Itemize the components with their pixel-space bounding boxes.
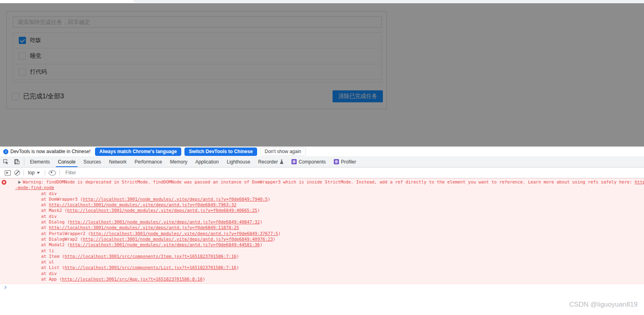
error-icon xyxy=(2,180,6,185)
inspect-cursor-icon[interactable] xyxy=(0,156,11,167)
flask-icon xyxy=(280,159,283,164)
console-sidebar-icon[interactable] xyxy=(3,169,12,177)
stack-frame-text: at li xyxy=(41,248,54,253)
banner-message: DevTools is now available in Chinese! xyxy=(10,149,91,154)
source-link[interactable]: http://localhost:3001/src/components/Lis… xyxy=(65,265,237,270)
stack-frame: at DomWrapper3 (http://localhost:3001/no… xyxy=(0,197,644,202)
stack-frame-text: at Modal2 ( xyxy=(41,242,70,247)
task-checkbox[interactable] xyxy=(19,52,26,60)
tab-elements[interactable]: Elements xyxy=(26,156,54,167)
source-link[interactable]: http://localhost:3001/node_modules/.vite… xyxy=(49,202,237,207)
tab-label: Network xyxy=(109,159,127,165)
browser-tabstrip-remnant xyxy=(133,0,644,3)
tab-label: Lighthouse xyxy=(227,159,250,165)
source-link[interactable]: http://localhost:3001/src/components/Ite… xyxy=(65,254,237,259)
stack-frame-close: ) xyxy=(260,242,263,247)
stack-frame: at ul xyxy=(0,259,644,265)
source-link[interactable]: http://localhost:3001/node_modules/.vite… xyxy=(91,231,278,236)
tab-lighthouse[interactable]: Lighthouse xyxy=(223,156,254,167)
tab-components[interactable]: Components xyxy=(287,156,330,167)
chevron-down-icon xyxy=(37,172,40,174)
tab-label: Sources xyxy=(83,159,101,165)
task-checkbox[interactable] xyxy=(19,68,26,76)
todo-list: 吃饭 睡觉 打代码 xyxy=(13,32,382,83)
clear-console-icon[interactable] xyxy=(12,169,22,177)
stack-frame-text: at DomWrapper3 ( xyxy=(41,197,83,202)
tab-network[interactable]: Network xyxy=(105,156,131,167)
tab-memory[interactable]: Memory xyxy=(166,156,191,167)
todo-list-item[interactable]: 吃饭 xyxy=(14,33,380,48)
stack-frame: at List (http://localhost:3001/src/compo… xyxy=(0,265,644,271)
react-icon xyxy=(291,159,297,164)
stack-frame: at Mask2 (http://localhost:3001/node_mod… xyxy=(0,208,644,213)
devtools-language-banner: i DevTools is now available in Chinese! … xyxy=(0,147,644,156)
stack-frame: at div xyxy=(0,271,644,277)
screen: 吃饭 睡觉 打代码 已完成1/全部3 清除已完成任务 i DevTools is… xyxy=(0,0,644,315)
stack-frame-close: ) xyxy=(236,254,239,259)
tab-console[interactable]: Console xyxy=(54,156,79,167)
tab-performance[interactable]: Performance xyxy=(131,156,166,167)
stack-frame-text: at List ( xyxy=(41,265,65,270)
stack-frame-close: ) xyxy=(278,231,281,236)
tab-sources[interactable]: Sources xyxy=(79,156,105,167)
react-docs-link[interactable]: https://reactjs.org/link/strict xyxy=(635,179,644,185)
error-text: Warning: findDOMNode is deprecated in St… xyxy=(23,179,635,185)
task-checkbox[interactable] xyxy=(19,37,26,44)
console-error-link-wrap: -mode-find-node xyxy=(0,185,644,191)
source-link[interactable]: http://localhost:3001/node_modules/.vite… xyxy=(67,208,257,213)
source-link[interactable]: http://localhost:3001/node_modules/.vite… xyxy=(70,242,260,247)
tab-label: Performance xyxy=(135,159,162,165)
stack-frame-close: ) xyxy=(257,208,260,213)
tab-label: Application xyxy=(195,159,219,165)
console-error-block: Warning: findDOMNode is deprecated in St… xyxy=(0,178,644,284)
stack-frame-text: at ul xyxy=(41,259,54,265)
device-toolbar-icon[interactable] xyxy=(11,156,22,167)
todo-list-item[interactable]: 打代码 xyxy=(14,64,380,80)
console-filter-input[interactable] xyxy=(65,169,186,176)
stack-frame: at http://localhost:3001/node_modules/.v… xyxy=(0,225,644,231)
stack-frame-close: ) xyxy=(268,197,270,202)
divider xyxy=(24,158,24,165)
stack-frame-close: ) xyxy=(260,219,263,225)
tab-label: Elements xyxy=(30,159,50,165)
console-prompt-chevron-icon xyxy=(3,286,6,289)
tab-recorder[interactable]: Recorder xyxy=(254,156,287,167)
expand-triangle-icon[interactable] xyxy=(18,181,21,184)
todo-list-item[interactable]: 睡觉 xyxy=(14,48,380,64)
tab-application[interactable]: Application xyxy=(191,156,223,167)
dont-show-again-button[interactable]: Don't show again xyxy=(260,148,306,156)
csdn-watermark: CSDN @liguoyuan819 xyxy=(569,301,638,309)
stack-frame-text: at div xyxy=(41,214,57,219)
source-link[interactable]: http://localhost:3001/src/App.jsx?t=1651… xyxy=(62,277,202,282)
stack-frame: at PortalWrapper2 (http://localhost:3001… xyxy=(0,231,644,237)
eye-icon[interactable] xyxy=(48,169,57,177)
stack-frame-text: at xyxy=(41,202,49,207)
source-link[interactable]: http://localhost:3001/node_modules/.vite… xyxy=(83,197,268,202)
task-label: 吃饭 xyxy=(30,37,41,44)
switch-to-chinese-button[interactable]: Switch DevTools to Chinese xyxy=(184,148,257,156)
browser-chrome-strip xyxy=(0,0,644,3)
select-all-checkbox[interactable] xyxy=(12,93,19,100)
source-link[interactable]: http://localhost:3001/node_modules/.vite… xyxy=(83,237,273,242)
stack-frame-text: at xyxy=(41,225,49,230)
completed-summary: 已完成1/全部3 xyxy=(23,92,64,101)
stack-frame: at li xyxy=(0,248,644,254)
console-prompt[interactable] xyxy=(0,284,644,291)
execution-context-selector[interactable]: top xyxy=(26,170,42,175)
console-toolbar: top xyxy=(0,167,644,178)
task-label: 打代码 xyxy=(30,68,47,76)
source-link[interactable]: http://localhost:3001/node_modules/.vite… xyxy=(49,225,239,230)
source-link[interactable]: http://localhost:3001/node_modules/.vite… xyxy=(70,219,260,225)
tab-label: Recorder xyxy=(258,159,278,165)
clear-completed-button[interactable]: 清除已完成任务 xyxy=(333,90,383,102)
stack-frame: at Dialog (http://localhost:3001/node_mo… xyxy=(0,219,644,225)
new-task-input[interactable] xyxy=(13,16,382,28)
stack-frame-text: at div xyxy=(41,191,57,196)
tab-label: Profiler xyxy=(341,159,356,165)
stack-frame: at div xyxy=(0,214,644,219)
match-language-button[interactable]: Always match Chrome's language xyxy=(95,148,181,156)
react-icon xyxy=(334,159,339,164)
stack-frame: at http://localhost:3001/node_modules/.v… xyxy=(0,202,644,208)
react-docs-link-continued[interactable]: -mode-find-node xyxy=(15,185,54,190)
tab-profiler[interactable]: Profiler xyxy=(330,156,360,167)
